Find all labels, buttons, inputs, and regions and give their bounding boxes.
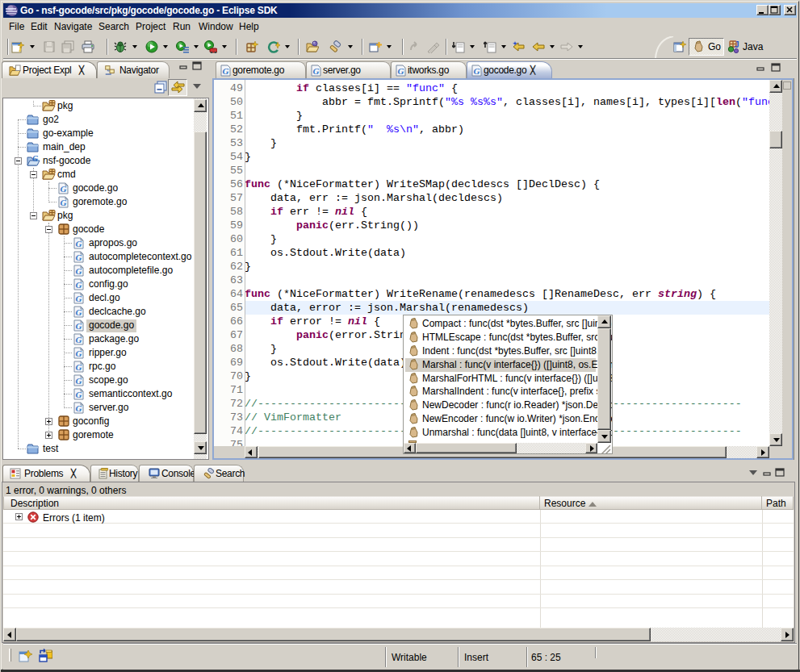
svg-text:G: G [61, 184, 67, 194]
svg-text:G: G [76, 376, 82, 386]
svg-text:G: G [76, 403, 82, 413]
svg-text:G: G [76, 307, 82, 317]
svg-text:G: G [76, 253, 82, 262]
svg-text:G: G [76, 349, 82, 358]
svg-text:G: G [474, 66, 480, 76]
svg-text:G: G [76, 239, 82, 248]
svg-text:G: G [76, 280, 82, 290]
svg-text:G: G [313, 66, 320, 76]
svg-text:G: G [76, 335, 82, 344]
svg-text:G: G [61, 198, 67, 207]
svg-text:G: G [32, 155, 39, 163]
svg-text:G: G [223, 66, 229, 76]
svg-text:G: G [76, 321, 82, 331]
svg-text:G: G [76, 266, 82, 276]
svg-text:G: G [76, 294, 82, 303]
svg-text:G: G [76, 390, 82, 399]
svg-text:J: J [735, 40, 739, 49]
svg-text:G: G [76, 362, 82, 372]
svg-text:G: G [398, 66, 404, 76]
